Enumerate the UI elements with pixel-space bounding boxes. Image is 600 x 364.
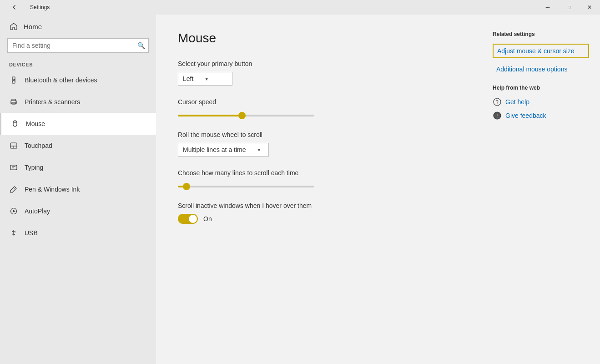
- give-feedback-label: Give feedback: [505, 112, 546, 119]
- window-title: Settings: [30, 4, 50, 10]
- sidebar-item-label-bluetooth: Bluetooth & other devices: [25, 76, 97, 84]
- window-controls: ─ □ ✕: [537, 0, 600, 15]
- sidebar-search-container: 🔍: [0, 38, 156, 58]
- sidebar-item-label-touchpad: Touchpad: [25, 142, 52, 149]
- scroll-wheel-chevron: ▼: [257, 147, 262, 152]
- sidebar-item-printers[interactable]: Printers & scanners: [0, 91, 156, 113]
- sidebar-item-mouse[interactable]: Mouse: [0, 113, 156, 135]
- maximize-button[interactable]: □: [558, 0, 579, 15]
- help-title: Help from the web: [493, 85, 589, 91]
- sidebar-section-devices: Devices: [0, 58, 156, 69]
- titlebar: Settings ─ □ ✕: [0, 0, 600, 15]
- sidebar-item-bluetooth[interactable]: Bluetooth & other devices: [0, 69, 156, 91]
- adjust-cursor-link[interactable]: Adjust mouse & cursor size: [493, 44, 589, 58]
- bluetooth-icon: [9, 76, 18, 85]
- sidebar-item-label-pen: Pen & Windows Ink: [25, 186, 80, 193]
- page-title: Mouse: [178, 31, 460, 46]
- search-icon: 🔍: [137, 42, 145, 49]
- primary-button-dropdown[interactable]: Left ▼: [178, 72, 232, 86]
- right-panel: Related settings Adjust mouse & cursor s…: [482, 15, 600, 364]
- setting-scroll-inactive: Scroll inactive windows when I hover ove…: [178, 202, 460, 224]
- sidebar-item-usb[interactable]: USB: [0, 222, 156, 244]
- primary-button-value: Left: [183, 75, 193, 82]
- minimize-button[interactable]: ─: [537, 0, 558, 15]
- scroll-inactive-toggle-row: On: [178, 214, 460, 224]
- main-content: Mouse Select your primary button Left ▼ …: [156, 15, 482, 364]
- printer-icon: [9, 97, 18, 106]
- sidebar-item-label-usb: USB: [25, 229, 38, 237]
- back-button[interactable]: [4, 0, 25, 15]
- svg-text:?: ?: [496, 100, 499, 105]
- get-help-label: Get help: [505, 98, 529, 106]
- pen-icon: [9, 185, 18, 194]
- setting-cursor-speed: Cursor speed: [178, 98, 460, 118]
- close-button[interactable]: ✕: [579, 0, 600, 15]
- sidebar-item-typing[interactable]: Typing: [0, 157, 156, 178]
- typing-icon: [9, 163, 18, 172]
- scroll-lines-slider[interactable]: [178, 186, 314, 187]
- titlebar-left: Settings: [4, 0, 50, 15]
- sidebar-item-label-printers: Printers & scanners: [25, 98, 80, 106]
- sidebar-item-label-typing: Typing: [25, 164, 43, 171]
- scroll-lines-slider-container: [178, 181, 314, 189]
- give-feedback-link[interactable]: ! Give feedback: [493, 111, 589, 120]
- primary-button-label: Select your primary button: [178, 60, 460, 67]
- setting-scroll-wheel: Roll the mouse wheel to scroll Multiple …: [178, 131, 460, 157]
- scroll-wheel-label: Roll the mouse wheel to scroll: [178, 131, 460, 138]
- related-settings-title: Related settings: [493, 31, 589, 37]
- feedback-icon: !: [493, 111, 502, 120]
- scroll-wheel-dropdown[interactable]: Multiple lines at a time ▼: [178, 143, 269, 157]
- sidebar-item-pen[interactable]: Pen & Windows Ink: [0, 178, 156, 200]
- sidebar: Home 🔍 Devices Bluetooth & other devices: [0, 15, 156, 364]
- sidebar-item-home[interactable]: Home: [0, 15, 156, 38]
- touchpad-icon: [9, 141, 18, 150]
- search-input[interactable]: [7, 38, 149, 53]
- svg-text:!: !: [497, 113, 498, 118]
- scroll-lines-label: Choose how many lines to scroll each tim…: [178, 169, 460, 177]
- usb-icon: [9, 228, 18, 238]
- svg-line-12: [14, 187, 15, 189]
- svg-point-3: [15, 101, 16, 102]
- setting-primary-button: Select your primary button Left ▼: [178, 60, 460, 86]
- additional-mouse-options-link[interactable]: Additional mouse options: [493, 63, 589, 76]
- search-wrapper: 🔍: [7, 38, 149, 53]
- sidebar-item-autoplay[interactable]: AutoPlay: [0, 200, 156, 222]
- scroll-inactive-value: On: [203, 215, 212, 222]
- home-label: Home: [24, 23, 42, 30]
- get-help-link[interactable]: ? Get help: [493, 97, 589, 106]
- scroll-inactive-toggle[interactable]: [178, 214, 198, 224]
- help-circle-icon: ?: [493, 97, 502, 106]
- home-icon: [9, 22, 18, 31]
- cursor-speed-label: Cursor speed: [178, 98, 460, 106]
- cursor-speed-slider-container: [178, 110, 314, 118]
- primary-button-chevron: ▼: [204, 76, 209, 81]
- app-body: Home 🔍 Devices Bluetooth & other devices: [0, 15, 600, 364]
- scroll-inactive-label: Scroll inactive windows when I hover ove…: [178, 202, 460, 209]
- svg-marker-14: [13, 210, 15, 212]
- cursor-speed-slider[interactable]: [178, 115, 314, 116]
- toggle-thumb: [189, 215, 197, 223]
- autoplay-icon: [9, 207, 18, 216]
- mouse-icon: [10, 119, 20, 128]
- sidebar-item-touchpad[interactable]: Touchpad: [0, 135, 156, 157]
- sidebar-item-label-autoplay: AutoPlay: [25, 207, 50, 215]
- svg-rect-9: [10, 165, 17, 170]
- scroll-wheel-value: Multiple lines at a time: [183, 146, 246, 153]
- sidebar-item-label-mouse: Mouse: [26, 120, 45, 127]
- setting-scroll-lines: Choose how many lines to scroll each tim…: [178, 169, 460, 189]
